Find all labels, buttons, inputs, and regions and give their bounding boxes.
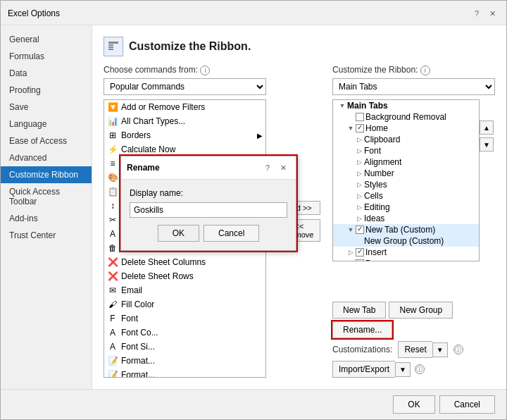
rename-input[interactable]	[130, 202, 287, 218]
move-down-button[interactable]: ▼	[480, 137, 494, 152]
sidebar-item-language[interactable]: Language	[1, 116, 92, 132]
close-button[interactable]: ✕	[485, 6, 499, 20]
list-item[interactable]: ⊞ Borders ▶	[104, 128, 265, 142]
list-item[interactable]: F Font	[104, 311, 265, 326]
list-item[interactable]: A Font Si...	[104, 340, 265, 354]
help-button[interactable]: ?	[470, 6, 484, 20]
list-item[interactable]: 🔽 Add or Remove Filters	[104, 100, 265, 114]
svg-rect-0	[108, 42, 118, 44]
customizations-label: Customizations:	[332, 345, 392, 354]
sidebar-item-save[interactable]: Save	[1, 99, 92, 116]
delrows-icon: ❌	[107, 271, 118, 282]
rename-cancel-button[interactable]: Cancel	[204, 225, 259, 242]
cut-icon: ✂	[107, 214, 118, 226]
sidebar-item-data[interactable]: Data	[1, 65, 92, 82]
customize-ribbon-icon	[104, 37, 123, 56]
ok-button[interactable]: OK	[393, 395, 434, 414]
sidebar-item-customize-ribbon[interactable]: Customize Ribbon	[1, 166, 92, 183]
new-group-button[interactable]: New Group	[389, 302, 453, 319]
rename-close-button[interactable]: ✕	[276, 161, 290, 175]
title-bar-controls: ? ✕	[470, 6, 499, 20]
checkbox-new-tab[interactable]	[356, 226, 364, 234]
move-up-button[interactable]: ▲	[480, 121, 494, 135]
choose-commands-info[interactable]: i	[200, 66, 210, 75]
window-title: Excel Options	[8, 8, 60, 18]
tree-item-alignment[interactable]: ▷ Alignment	[333, 156, 479, 168]
ribbon-dropdown-row: Main Tabs Tool Tabs All Tabs	[332, 78, 495, 95]
sidebar-item-proofing[interactable]: Proofing	[1, 82, 92, 99]
sidebar-item-general[interactable]: General	[1, 31, 92, 48]
tree-item-cells[interactable]: ▷ Cells	[333, 190, 479, 202]
tree-item-main-tabs[interactable]: ▼ Main Tabs	[333, 100, 479, 111]
list-item[interactable]: ✉ Email	[104, 283, 265, 297]
delcells-icon: 🗑	[107, 242, 118, 254]
tree-item-clipboard[interactable]: ▷ Clipboard	[333, 134, 479, 145]
reset-main-button[interactable]: Reset	[398, 341, 432, 358]
customize-ribbon-info[interactable]: i	[420, 66, 430, 75]
checkbox-background-removal[interactable]	[356, 113, 364, 121]
tree-item-insert[interactable]: ▷ Insert	[333, 247, 479, 258]
import-export-row: Import/Export ▼ ⓘ	[332, 361, 495, 378]
import-export-arrow[interactable]: ▼	[395, 362, 411, 377]
list-item[interactable]: 📝 Format...	[104, 368, 265, 378]
expand-icon: ▼	[339, 102, 346, 109]
list-item[interactable]: A Font Co...	[104, 326, 265, 340]
new-tab-button[interactable]: New Tab	[332, 302, 386, 319]
cancel-button[interactable]: Cancel	[439, 395, 495, 414]
checkbox-home[interactable]	[356, 124, 364, 132]
sidebar-item-formulas[interactable]: Formulas	[1, 48, 92, 65]
list-item[interactable]: 📊 All Chart Types...	[104, 114, 265, 128]
condformat-icon: 🎨	[107, 172, 118, 183]
checkbox-insert[interactable]	[356, 248, 364, 257]
tree-item-new-tab-custom[interactable]: ▼ New Tab (Custom)	[333, 224, 479, 235]
calc-icon: ⚡	[107, 144, 118, 155]
tree-item-editing[interactable]: ▷ Editing	[333, 202, 479, 213]
rename-help-button[interactable]: ?	[261, 161, 275, 175]
tree-item-home[interactable]: ▼ Home	[333, 123, 479, 134]
sidebar-item-add-ins[interactable]: Add-ins	[1, 210, 92, 227]
email-icon: ✉	[107, 285, 118, 296]
tree-arrow-buttons: ▲ ▼	[480, 99, 495, 297]
reset-arrow-button[interactable]: ▼	[432, 342, 448, 357]
tree-item-draw[interactable]: ▷ Draw	[333, 258, 479, 261]
font-icon: F	[107, 313, 118, 324]
panel-title-text: Customize the Ribbon.	[129, 40, 251, 53]
checkbox-draw[interactable]	[356, 259, 364, 261]
customizations-info-icon[interactable]: ⓘ	[453, 345, 463, 354]
sidebar-item-ease-of-access[interactable]: Ease of Access	[1, 132, 92, 149]
tree-item-number[interactable]: ▷ Number	[333, 168, 479, 179]
sidebar-item-advanced[interactable]: Advanced	[1, 149, 92, 166]
svg-rect-1	[108, 44, 113, 46]
commands-dropdown[interactable]: Popular Commands All Commands Macros	[104, 78, 266, 95]
tree-item-new-group-custom[interactable]: New Group (Custom)	[333, 235, 479, 247]
list-item[interactable]: ❌ Delete Sheet Columns	[104, 255, 265, 269]
import-export-main[interactable]: Import/Export	[332, 361, 395, 378]
list-item[interactable]: 📝 Format...	[104, 354, 265, 368]
tree-item-font[interactable]: ▷ Font	[333, 145, 479, 156]
rename-title-bar: Rename ? ✕	[121, 156, 296, 180]
tree-item-ideas[interactable]: ▷ Ideas	[333, 213, 479, 224]
fontsi-icon: A	[107, 341, 118, 352]
title-bar: Excel Options ? ✕	[1, 1, 506, 25]
chart-icon: 📊	[107, 116, 118, 127]
list-item[interactable]: ❌ Delete Sheet Rows	[104, 269, 265, 283]
commands-dropdown-row: Popular Commands All Commands Macros	[104, 78, 266, 95]
rename-display-name-label: Display name:	[130, 188, 287, 198]
list-item[interactable]: 🖌 Fill Color	[104, 297, 265, 311]
tree-item-styles[interactable]: ▷ Styles	[333, 179, 479, 190]
rename-title-text: Rename	[127, 163, 160, 173]
rename-title-controls: ? ✕	[261, 161, 290, 175]
sidebar-item-quick-access-toolbar[interactable]: Quick Access Toolbar	[1, 183, 92, 210]
fontco-icon: A	[107, 327, 118, 338]
list-item[interactable]: ⚡ Calculate Now	[104, 142, 265, 156]
fillcolor-icon: 🖌	[107, 299, 118, 310]
rename-button[interactable]: Rename...	[332, 321, 392, 338]
ribbon-tree[interactable]: ▼ Main Tabs Background Removal	[332, 99, 480, 261]
import-export-button: Import/Export ▼	[332, 361, 411, 378]
import-export-info-icon[interactable]: ⓘ	[415, 364, 425, 374]
sidebar-item-trust-center[interactable]: Trust Center	[1, 227, 92, 244]
ribbon-dropdown[interactable]: Main Tabs Tool Tabs All Tabs	[332, 78, 495, 95]
copy-icon: 📋	[107, 186, 118, 197]
rename-ok-button[interactable]: OK	[158, 225, 199, 242]
tree-item-background-removal[interactable]: Background Removal	[333, 111, 479, 123]
